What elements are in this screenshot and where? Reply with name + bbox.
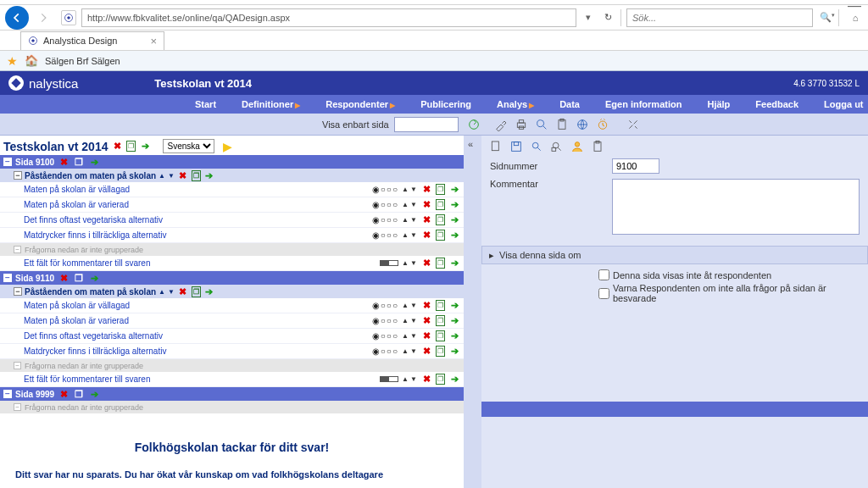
copy-icon[interactable]: ❐ <box>436 184 445 195</box>
question-row[interactable]: Maten på skolan är varierad◉○○○▲ ▼✖❐➔ <box>0 313 464 329</box>
back-button[interactable] <box>5 6 29 30</box>
sidnummer-input[interactable] <box>612 158 659 174</box>
delete-icon[interactable]: ✖ <box>58 388 70 400</box>
reorder-icons[interactable]: ▲ ▼ <box>402 259 417 267</box>
print-icon[interactable] <box>513 116 530 133</box>
menu-logga-ut[interactable]: Logga ut <box>824 99 863 109</box>
new-page-icon[interactable] <box>488 139 504 154</box>
question-row[interactable]: Matdrycker finns i tillräckliga alternat… <box>0 344 464 359</box>
delete-icon[interactable]: ✖ <box>420 258 432 269</box>
forward-button[interactable] <box>34 8 53 27</box>
move-right-icon[interactable]: ➔ <box>203 286 215 297</box>
delete-icon[interactable]: ✖ <box>420 199 432 211</box>
menu-respondenter[interactable]: Respondenter▶ <box>326 99 395 109</box>
delete-icon[interactable]: ✖ <box>58 272 70 284</box>
collapse-icon[interactable]: − <box>14 171 22 180</box>
refresh-icon[interactable]: ↻ <box>600 12 615 23</box>
delete-icon[interactable]: ✖ <box>420 374 432 385</box>
move-right-icon[interactable]: ➔ <box>203 169 215 181</box>
hammer-icon[interactable] <box>492 116 509 133</box>
question-row[interactable]: Matdrycker finns i tillräckliga alternat… <box>0 228 464 243</box>
clipboard-icon[interactable] <box>554 116 570 133</box>
condition-accordion[interactable]: ▸ Visa denna sida om <box>481 246 868 264</box>
collapse-icon[interactable]: − <box>14 362 21 369</box>
copy-icon[interactable]: ❐ <box>436 258 445 269</box>
move-up-icon[interactable]: ▲ <box>159 288 165 296</box>
url-input[interactable] <box>81 8 576 27</box>
apply-icon[interactable] <box>465 116 482 133</box>
copy-icon[interactable]: ❐ <box>126 141 136 152</box>
globe-icon[interactable] <box>574 116 591 133</box>
delete-icon[interactable]: ✖ <box>420 346 432 358</box>
favorite-link[interactable]: Sälgen Brf Sälgen <box>45 56 120 66</box>
move-right-icon[interactable]: ➔ <box>448 374 460 385</box>
copy-icon[interactable]: ❐ <box>436 214 445 225</box>
move-down-icon[interactable]: ▼ <box>168 288 175 296</box>
warn-checkbox[interactable]: Varna Respondenten om inte alla frågor p… <box>598 283 860 303</box>
delete-icon[interactable]: ✖ <box>420 330 432 342</box>
question-row[interactable]: Det finns oftast vegetariska alternativ◉… <box>0 213 464 228</box>
collapse-icon[interactable]: − <box>3 274 12 282</box>
zoom-icon[interactable] <box>549 139 565 154</box>
flag-icon[interactable]: ▶ <box>223 140 232 153</box>
section-header[interactable]: − Påståenden om maten på skolan ▲ ▼ ✖ ❐ … <box>0 285 464 298</box>
reorder-icons[interactable]: ▲ ▼ <box>402 231 417 239</box>
page-filter-input[interactable] <box>394 117 459 132</box>
delete-icon[interactable]: ✖ <box>420 230 432 241</box>
copy-icon[interactable]: ❐ <box>73 388 85 400</box>
tools-icon[interactable] <box>625 116 642 133</box>
copy-icon[interactable]: ❐ <box>436 199 445 210</box>
delete-icon[interactable]: ✖ <box>177 169 189 181</box>
copy-icon[interactable]: ❐ <box>73 272 85 284</box>
move-right-icon[interactable]: ➔ <box>448 300 460 312</box>
move-right-icon[interactable]: ➔ <box>448 199 460 211</box>
reorder-icons[interactable]: ▲ ▼ <box>402 347 417 355</box>
move-right-icon[interactable]: ➔ <box>139 141 151 152</box>
reorder-icons[interactable]: ▲ ▼ <box>402 332 417 340</box>
move-right-icon[interactable]: ➔ <box>448 230 460 241</box>
menu-analys[interactable]: Analys▶ <box>497 99 534 109</box>
search-tool-icon[interactable] <box>533 116 550 133</box>
copy-icon[interactable]: ❐ <box>436 330 445 341</box>
copy-icon[interactable]: ❐ <box>436 346 445 357</box>
search-icon[interactable] <box>529 139 544 154</box>
language-select[interactable]: Svenska <box>163 139 214 153</box>
copy-icon[interactable]: ❐ <box>436 300 445 311</box>
question-row[interactable]: Ett fält för kommentarer till svaren ▲ ▼… <box>0 256 464 271</box>
copy-icon[interactable]: ❐ <box>436 374 445 385</box>
question-row[interactable]: Det finns oftast vegetariska alternativ◉… <box>0 329 464 344</box>
hide-page-checkbox[interactable]: Denna sida visas inte åt respondenten <box>598 269 860 280</box>
page-header[interactable]: − Sida 9110 ✖ ❐ ➔ <box>0 271 464 285</box>
copy-icon[interactable]: ❐ <box>436 230 445 241</box>
menu-data[interactable]: Data <box>559 99 580 109</box>
move-up-icon[interactable]: ▲ <box>159 172 165 180</box>
collapse-icon[interactable]: − <box>3 390 12 398</box>
collapse-icon[interactable]: − <box>14 246 21 253</box>
reorder-icons[interactable]: ▲ ▼ <box>402 302 417 309</box>
menu-egen-info[interactable]: Egen information <box>605 99 682 109</box>
browser-tab[interactable]: Analystica Design × <box>20 31 164 50</box>
move-right-icon[interactable]: ➔ <box>448 184 460 196</box>
move-right-icon[interactable]: ➔ <box>88 156 100 168</box>
move-right-icon[interactable]: ➔ <box>448 258 460 269</box>
reorder-icons[interactable]: ▲ ▼ <box>402 317 417 324</box>
question-row[interactable]: Maten på skolan är vällagad◉○○○▲ ▼✖❐➔ <box>0 182 464 197</box>
folder-icon[interactable]: 🏠 <box>25 54 38 67</box>
collapse-icon[interactable]: − <box>14 403 21 411</box>
delete-icon[interactable]: ✖ <box>111 141 123 152</box>
delete-icon[interactable]: ✖ <box>177 286 189 297</box>
question-row[interactable]: Maten på skolan är varierad◉○○○▲ ▼✖❐➔ <box>0 197 464 213</box>
search-icon[interactable]: 🔍▾ <box>818 12 833 23</box>
copy-icon[interactable]: ❐ <box>436 315 445 326</box>
collapse-icon[interactable]: − <box>3 158 12 166</box>
question-row[interactable]: Ett fält för kommentarer till svaren ▲ ▼… <box>0 372 464 387</box>
url-dropdown-icon[interactable]: ▾ <box>581 12 595 23</box>
reorder-icons[interactable]: ▲ ▼ <box>402 375 417 383</box>
splitter[interactable]: « <box>465 136 481 488</box>
collapse-icon[interactable]: − <box>14 287 22 296</box>
delete-icon[interactable]: ✖ <box>420 300 432 312</box>
delete-icon[interactable]: ✖ <box>420 184 432 196</box>
favorites-star-icon[interactable]: ★ <box>7 54 18 68</box>
minimize-btn[interactable]: — <box>848 0 861 14</box>
reorder-icons[interactable]: ▲ ▼ <box>402 201 417 208</box>
